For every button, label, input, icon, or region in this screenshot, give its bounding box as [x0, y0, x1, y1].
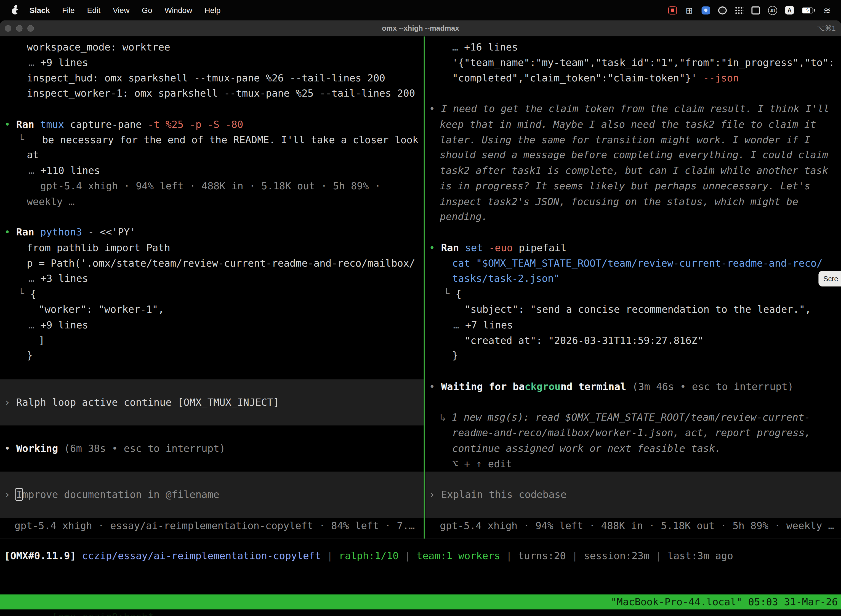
menu-item-help[interactable]: Help: [204, 6, 220, 14]
terminal-line: ↳ 1 new msg(s): read $OMX_TEAM_STATE_ROO…: [425, 410, 841, 425]
text-segment: +7 lines: [465, 319, 513, 330]
text-segment: cczip/essay/ai-reimplementation-copyleft: [82, 550, 321, 561]
text-segment: I: [16, 489, 22, 500]
text-segment: +16 lines: [464, 41, 518, 53]
text-segment: Waiting for ba: [441, 381, 525, 392]
minimize-button[interactable]: [16, 25, 22, 31]
window-shortcut-hint: ⌥⌘1: [817, 24, 835, 32]
text-segment: └: [18, 288, 30, 299]
text-segment: be necessary for the end of the README. …: [42, 134, 419, 145]
title-bar[interactable]: omx --xhigh --madmax ⌥⌘1: [0, 21, 841, 37]
terminal-window: omx --xhigh --madmax ⌥⌘1 workspace_mode:…: [0, 21, 841, 616]
text-segment: task2 after task1 is complete, but can I…: [440, 165, 828, 176]
text-segment: gpt-5.4 xhigh · 94% left · 488K in · 5.1…: [40, 180, 381, 192]
text-segment: nd terminal: [560, 381, 632, 392]
text-segment: {: [456, 288, 462, 299]
terminal-line: continue assigned work or next feasible …: [425, 441, 841, 456]
menu-item-view[interactable]: View: [113, 6, 130, 14]
dots-grid-icon[interactable]: [735, 6, 743, 14]
text-segment: {: [30, 288, 36, 299]
menu-bar: Slack FileEditViewGoWindowHelp ⊞.61Aϟ≋: [0, 0, 841, 21]
text-segment: …: [452, 41, 464, 53]
terminal-line: weekly …: [0, 194, 424, 210]
menu-app-name[interactable]: Slack: [29, 6, 50, 14]
text-segment: ›: [4, 489, 16, 500]
text-segment: ckgrou: [525, 381, 561, 392]
zoom-button[interactable]: [27, 25, 34, 31]
terminal-line: keep that in mind. Maybe I also need the…: [425, 117, 841, 132]
terminal-line: [425, 395, 841, 410]
prompt-line[interactable]: › Explain this codebase: [425, 472, 841, 518]
text-segment: I need to get the claim token from the c…: [441, 103, 829, 114]
grid-icon[interactable]: ⊞: [685, 5, 693, 15]
terminal-line: }: [425, 348, 841, 364]
window-pill-icon[interactable]: [751, 6, 760, 14]
terminal-line: gpt-5.4 xhigh · 94% left · 488K in · 5.1…: [0, 179, 424, 194]
text-segment: "completed","claim_token":"claim-token"}…: [452, 72, 703, 84]
screen-recording-icon[interactable]: [668, 6, 677, 14]
gauge-icon[interactable]: .61: [768, 6, 777, 15]
terminal-line: [425, 86, 841, 101]
terminal-line: … +16 lines: [425, 40, 841, 55]
terminal-line: [425, 225, 841, 241]
menu-status-icons: ⊞.61Aϟ≋: [668, 5, 841, 15]
text-segment: …: [453, 319, 465, 330]
tmux-pane-left[interactable]: workspace_mode: worktree… +9 linesinspec…: [0, 37, 424, 538]
terminal-line: • I need to get the claim token from the…: [425, 101, 841, 117]
menu-item-file[interactable]: File: [62, 6, 75, 14]
terminal-line: • Waiting for background terminal (3m 46…: [425, 379, 841, 395]
text-segment: should send a message before completing …: [440, 149, 828, 161]
terminal-line: … +9 lines: [0, 55, 424, 70]
blue-app-icon[interactable]: [702, 6, 710, 14]
terminal-line: pending.: [425, 210, 841, 225]
menu-item-window[interactable]: Window: [164, 6, 192, 14]
menu-item-go[interactable]: Go: [142, 6, 152, 14]
terminal[interactable]: workspace_mode: worktree… +9 linesinspec…: [0, 37, 841, 616]
keyboard-layout-icon-label: A: [787, 7, 792, 13]
text-segment: "$OMX_TEAM_STATE_ROOT/team/review-curren…: [476, 258, 822, 269]
text-segment: "subject": "send a concise recommendatio…: [464, 304, 811, 315]
terminal-line: gpt-5.4 xhigh · essay/ai-reimplementatio…: [0, 518, 424, 534]
terminal-line: • Working (6m 38s • esc to interrupt): [0, 441, 424, 456]
fan-icon[interactable]: ≋: [823, 5, 831, 15]
text-segment: mprove documentation in @filename: [22, 489, 220, 500]
tmux-pane-divider[interactable]: [424, 37, 425, 538]
text-segment: tasks/task-2.json": [452, 273, 560, 284]
text-segment: is in progress? It seems likely but perh…: [440, 180, 810, 192]
screen-share-overlay[interactable]: Scre: [818, 271, 841, 286]
text-segment: └: [18, 134, 42, 145]
text-segment: 1 new msg(s): read $OMX_TEAM_STATE_ROOT/…: [452, 412, 810, 423]
keyboard-layout-icon[interactable]: A: [785, 6, 794, 14]
dark-circle-icon[interactable]: [718, 6, 727, 14]
text-segment: (3m 46s • esc to interrupt): [632, 381, 794, 392]
text-segment: workspace_mode: worktree: [27, 41, 170, 53]
text-segment: -t %25 -p -S -80: [148, 119, 243, 130]
terminal-line: is in progress? It seems likely but perh…: [425, 179, 841, 194]
text-segment: gpt-5.4 xhigh · essay/ai-reimplementatio…: [14, 520, 415, 531]
text-segment: …: [28, 273, 40, 284]
text-segment: (6m 38s • esc to interrupt): [64, 443, 226, 454]
text-segment: --json: [703, 72, 739, 84]
terminal-line: • Ran python3 - <<'PY': [0, 225, 424, 241]
text-segment: turns:20: [518, 550, 566, 561]
menu-bar-left: Slack FileEditViewGoWindowHelp: [0, 5, 233, 15]
terminal-line: inspect_hud: omx sparkshell --tmux-pane …: [0, 70, 424, 86]
text-segment: └: [444, 288, 456, 299]
close-button[interactable]: [5, 25, 11, 31]
text-segment: |: [500, 550, 518, 561]
text-segment: …: [28, 165, 40, 176]
terminal-line: should send a message before completing …: [425, 148, 841, 163]
apple-menu-icon[interactable]: [11, 5, 19, 15]
terminal-line: [0, 456, 424, 472]
tmux-status-bar: [omx-cczip0:bash* "MacBook-Pro-44.local"…: [0, 594, 841, 609]
text-segment: keep that in mind. Maybe I also need the…: [440, 119, 816, 130]
apple-body-icon: [12, 8, 18, 14]
prompt-line[interactable]: › Improve documentation in @filename: [0, 472, 424, 518]
menu-item-edit[interactable]: Edit: [87, 6, 100, 14]
battery-icon[interactable]: ϟ: [802, 7, 813, 13]
terminal-line: • Ran tmux capture-pane -t %25 -p -S -80: [0, 117, 424, 132]
prompt-line[interactable]: › Ralph loop active continue [OMX_TMUX_I…: [0, 379, 424, 425]
text-segment: +3 lines: [40, 273, 88, 284]
tmux-pane-right[interactable]: … +16 lines'{"team_name":"my-team","task…: [425, 37, 841, 538]
text-segment: Working: [16, 443, 64, 454]
